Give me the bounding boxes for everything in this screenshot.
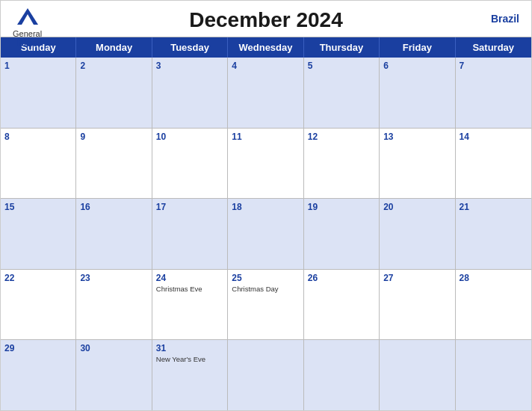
day-headers-row: Sunday Monday Tuesday Wednesday Thursday… bbox=[1, 37, 531, 58]
event-christmas-eve: Christmas Eve bbox=[156, 285, 223, 293]
cell-dec-4: 4 bbox=[228, 58, 303, 128]
event-christmas-day: Christmas Day bbox=[232, 285, 299, 293]
calendar-week-5: 29 30 31 New Year's Eve bbox=[1, 340, 531, 410]
cell-empty-2 bbox=[304, 340, 380, 410]
day-header-tuesday: Tuesday bbox=[152, 37, 228, 58]
cell-dec-5: 5 bbox=[304, 58, 380, 128]
cell-dec-31: 31 New Year's Eve bbox=[152, 340, 228, 410]
calendar-week-2: 8 9 10 11 12 13 14 bbox=[1, 129, 531, 200]
day-header-thursday: Thursday bbox=[304, 37, 380, 58]
cell-dec-29: 29 bbox=[1, 340, 76, 410]
calendar-week-1: 1 2 3 4 5 6 7 bbox=[1, 58, 531, 129]
logo-area: General Blue bbox=[13, 7, 42, 49]
cell-dec-18: 18 bbox=[228, 199, 303, 269]
calendar-table: Sunday Monday Tuesday Wednesday Thursday… bbox=[1, 37, 531, 410]
cell-dec-21: 21 bbox=[456, 199, 531, 269]
cell-dec-2: 2 bbox=[76, 58, 152, 128]
cell-empty-4 bbox=[456, 340, 531, 410]
cell-dec-6: 6 bbox=[380, 58, 455, 128]
cell-dec-11: 11 bbox=[228, 129, 303, 199]
cell-dec-16: 16 bbox=[76, 199, 152, 269]
cell-dec-7: 7 bbox=[456, 58, 531, 128]
cell-dec-13: 13 bbox=[380, 129, 455, 199]
cell-dec-22: 22 bbox=[1, 270, 76, 340]
cell-dec-25: 25 Christmas Day bbox=[228, 270, 303, 340]
cell-dec-30: 30 bbox=[76, 340, 152, 410]
cell-dec-17: 17 bbox=[152, 199, 228, 269]
country-label: Brazil bbox=[491, 13, 519, 25]
day-header-friday: Friday bbox=[380, 37, 455, 58]
logo-icon bbox=[16, 7, 40, 29]
cell-dec-26: 26 bbox=[304, 270, 380, 340]
cell-empty-1 bbox=[228, 340, 303, 410]
cell-dec-8: 8 bbox=[1, 129, 76, 199]
cell-dec-12: 12 bbox=[304, 129, 380, 199]
logo-blue: Blue bbox=[16, 38, 37, 49]
day-header-wednesday: Wednesday bbox=[228, 37, 303, 58]
cell-dec-23: 23 bbox=[76, 270, 152, 340]
cell-dec-14: 14 bbox=[456, 129, 531, 199]
cell-dec-24: 24 Christmas Eve bbox=[152, 270, 228, 340]
cell-dec-19: 19 bbox=[304, 199, 380, 269]
calendar-header: General Blue December 2024 Brazil bbox=[1, 1, 531, 37]
calendar-wrapper: General Blue December 2024 Brazil Sunday… bbox=[0, 0, 532, 411]
cell-dec-28: 28 bbox=[456, 270, 531, 340]
cell-dec-9: 9 bbox=[76, 129, 152, 199]
event-new-years-eve: New Year's Eve bbox=[156, 355, 223, 363]
calendar-week-3: 15 16 17 18 19 20 21 bbox=[1, 199, 531, 270]
cell-dec-15: 15 bbox=[1, 199, 76, 269]
day-header-monday: Monday bbox=[76, 37, 152, 58]
cell-empty-3 bbox=[380, 340, 455, 410]
day-header-saturday: Saturday bbox=[456, 37, 531, 58]
cell-dec-3: 3 bbox=[152, 58, 228, 128]
cell-dec-20: 20 bbox=[380, 199, 455, 269]
cell-dec-10: 10 bbox=[152, 129, 228, 199]
month-title: December 2024 bbox=[189, 8, 342, 32]
cell-dec-27: 27 bbox=[380, 270, 455, 340]
calendar-week-4: 22 23 24 Christmas Eve 25 Christmas Day … bbox=[1, 270, 531, 341]
cell-dec-1: 1 bbox=[1, 58, 76, 128]
calendar-body: 1 2 3 4 5 6 7 8 9 10 11 12 13 14 15 bbox=[1, 58, 531, 410]
